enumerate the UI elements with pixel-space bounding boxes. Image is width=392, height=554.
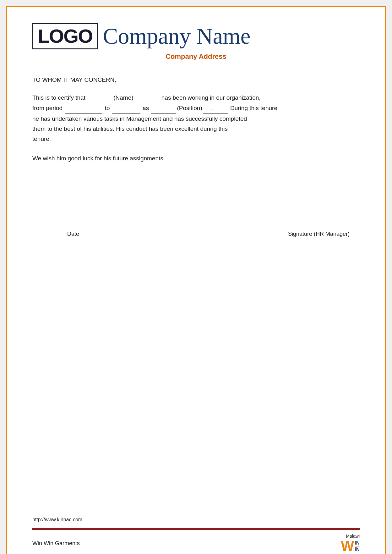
document-header: LOGO Company Name: [32, 23, 360, 49]
blank-period-end: [112, 103, 140, 114]
logo-text: LOGO: [38, 25, 93, 47]
signature-block: Signature (HR Manager): [284, 227, 353, 237]
blank-name-pre: [88, 93, 113, 103]
footer-company-name: Win Win Garments: [32, 540, 80, 547]
company-address: Company Address: [32, 53, 360, 61]
para1-as: as: [143, 105, 149, 111]
signature-label: Signature (HR Manager): [288, 231, 350, 237]
para1-conduct: them to the best of his abilities. His c…: [32, 125, 228, 132]
blank-position-pre: [151, 103, 176, 114]
company-name: Company Name: [103, 23, 251, 49]
position-field: (Position): [177, 105, 202, 111]
para1-tenure: During this tenure: [230, 105, 277, 111]
malawi-text: Malawi: [346, 534, 360, 539]
date-line: [39, 227, 108, 227]
logo-box: LOGO: [32, 23, 98, 49]
para1-working: has been working in our organization,: [161, 94, 261, 101]
blank-position-post: .: [203, 103, 228, 114]
page-spacer: [7, 382, 385, 517]
para1-tenure-end: tenure.: [32, 136, 51, 142]
document-page: LOGO Company Name Company Address TO WHO…: [6, 6, 386, 554]
content-area: LOGO Company Name Company Address TO WHO…: [7, 7, 385, 382]
win-w-letter: W: [341, 539, 354, 553]
signature-line: [284, 227, 353, 227]
blank-name-post: [134, 93, 159, 103]
win-logo: Malawi W IN IN: [341, 534, 360, 553]
document-footer: http://www.kinhac.com Win Win Garments M…: [7, 517, 385, 554]
date-label: Date: [67, 231, 79, 237]
salutation: TO WHOM IT MAY CONCERN,: [32, 76, 360, 83]
win-in-bottom: IN: [355, 546, 360, 552]
footer-bar: [32, 528, 360, 530]
win-in-text: IN IN: [355, 540, 360, 552]
footer-url: http://www.kinhac.com: [32, 517, 360, 523]
blank-period-start: [65, 103, 102, 114]
win-in-top: IN: [355, 540, 360, 546]
name-field: (Name): [113, 94, 133, 101]
para1-to: to: [105, 105, 110, 111]
footer-bottom: Win Win Garments Malawi W IN IN: [32, 534, 360, 554]
para1-certify: This is to certify that: [32, 94, 85, 101]
date-block: Date: [39, 227, 108, 237]
body-paragraph-2: We wish him good luck for his future ass…: [32, 153, 360, 163]
body-paragraph-1: This is to certify that (Name) has been …: [32, 93, 360, 144]
para1-tasks: he has undertaken various tasks in Manag…: [32, 115, 247, 122]
win-badge: W IN IN: [341, 539, 360, 553]
para1-period: from period: [32, 105, 63, 111]
signature-section: Date Signature (HR Manager): [32, 227, 360, 237]
